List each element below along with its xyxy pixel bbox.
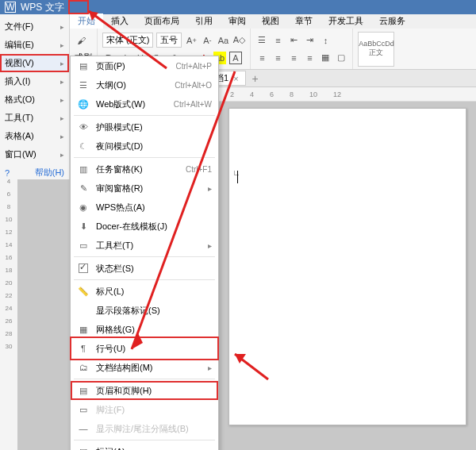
align-left-icon[interactable]: ≡ xyxy=(255,52,268,64)
menu-item-shortcut: Ctrl+Alt+O xyxy=(175,81,212,90)
view-menu-item[interactable]: ▤页眉和页脚(H) xyxy=(71,381,218,400)
file-menu-window[interactable]: 窗口(W)▸ xyxy=(0,145,69,163)
view-menu-item[interactable]: 显示段落标记(S) xyxy=(71,301,218,320)
font-name-select[interactable]: 宋体 (正文) xyxy=(102,33,153,48)
vruler-8: 8 xyxy=(7,203,10,210)
align-center-icon[interactable]: ≡ xyxy=(271,52,284,64)
file-menu-insert[interactable]: 插入(I)▸ xyxy=(0,72,69,90)
vruler-26: 26 xyxy=(6,317,13,325)
vruler-6: 6 xyxy=(7,190,10,198)
chevron-right-icon: ▸ xyxy=(60,96,64,104)
tab-review[interactable]: 审阅 xyxy=(221,13,254,29)
page-margin-mark xyxy=(234,171,239,175)
tab-references[interactable]: 引用 xyxy=(187,13,221,29)
font-size-select[interactable]: 五号 xyxy=(156,33,182,48)
ruler-mark-12: 12 xyxy=(333,90,341,98)
menu-item-label: 夜间模式(D) xyxy=(96,140,212,152)
view-menu-item[interactable]: 🗂文档结构图(M)▸ xyxy=(71,358,218,377)
decrease-indent-icon[interactable]: ⇤ xyxy=(287,34,300,47)
view-menu-item[interactable]: 📏标尺(L) xyxy=(71,282,218,301)
page-icon: ▤ xyxy=(77,60,90,72)
align-right-icon[interactable]: ≡ xyxy=(287,52,300,64)
help-icon: ? xyxy=(5,168,10,178)
tab-home[interactable]: 开始 xyxy=(70,13,103,29)
grow-font-icon[interactable]: A+ xyxy=(185,34,198,47)
tab-chapter[interactable]: 章节 xyxy=(287,13,321,29)
chevron-right-icon: ▸ xyxy=(60,41,64,49)
view-menu-item[interactable]: 🌐Web版式(W)Ctrl+Alt+W xyxy=(71,94,218,113)
line-spacing-icon[interactable]: ↕ xyxy=(319,34,332,47)
file-menu-label: 视图(V) xyxy=(5,57,34,69)
numbering-icon[interactable]: ≡ xyxy=(271,34,284,47)
menu-separator xyxy=(74,256,215,257)
clear-format-icon[interactable]: A◇ xyxy=(232,34,245,47)
markup-icon: ◪ xyxy=(77,445,90,450)
ruler-mark-6: 6 xyxy=(270,90,274,98)
app-title: WPS 文字 xyxy=(21,1,64,14)
increase-indent-icon[interactable]: ⇥ xyxy=(303,34,316,47)
tab-developer[interactable]: 开发工具 xyxy=(321,13,371,29)
vruler-20: 20 xyxy=(6,279,13,287)
menu-separator xyxy=(74,440,215,440)
view-menu-item[interactable]: ⬇Docer-在线模板(J) xyxy=(71,217,218,236)
file-menu-tools[interactable]: 工具(T)▸ xyxy=(0,109,69,127)
menu-item-shortcut: Ctrl+Alt+P xyxy=(175,62,212,71)
view-menu-item[interactable]: 👁护眼模式(E) xyxy=(71,117,218,137)
view-menu-item[interactable]: ▥任务窗格(K)Ctrl+F1 xyxy=(71,160,218,179)
view-menu-item[interactable]: 状态栏(S) xyxy=(71,259,218,278)
task-icon: ▥ xyxy=(77,163,90,175)
close-tab-icon[interactable]: × xyxy=(233,74,238,83)
view-menu-item[interactable]: ◪标记(A) xyxy=(71,442,218,450)
file-menu-format[interactable]: 格式(O)▸ xyxy=(0,90,69,109)
file-menu-edit[interactable]: 编辑(E)▸ xyxy=(0,36,69,54)
menu-item-label: 任务窗格(K) xyxy=(96,163,179,175)
tab-cloud[interactable]: 云服务 xyxy=(371,13,413,29)
file-menu-view[interactable]: 视图(V)▸ xyxy=(0,54,69,72)
file-menu-file[interactable]: 文件(F)▸ xyxy=(0,17,69,36)
vruler-30: 30 xyxy=(6,343,13,350)
format-painter-icon[interactable]: 🖌 xyxy=(75,34,87,47)
view-menu-item[interactable]: ▦网格线(G) xyxy=(71,320,218,339)
justify-icon[interactable]: ≡ xyxy=(303,52,316,64)
file-menu-table[interactable]: 表格(A)▸ xyxy=(0,127,69,145)
view-menu-item: —显示脚注/尾注分隔线(B) xyxy=(71,419,218,438)
borders-icon[interactable]: ▢ xyxy=(335,52,347,64)
vruler-24: 24 xyxy=(6,305,13,312)
character-border-icon[interactable]: A xyxy=(229,52,242,64)
style-normal[interactable]: AaBbCcDd 正文 xyxy=(358,32,394,67)
shrink-font-icon[interactable]: A- xyxy=(201,34,213,47)
file-menu-help[interactable]: ?帮助(H) xyxy=(0,163,69,182)
view-menu-item[interactable]: ▤页面(P)Ctrl+Alt+P xyxy=(71,56,218,75)
tab-view[interactable]: 视图 xyxy=(254,13,287,29)
change-case-icon[interactable]: Aa xyxy=(217,34,229,47)
menu-item-label: 工具栏(T) xyxy=(96,240,202,252)
menu-item-label: WPS热点(A) xyxy=(96,202,212,213)
bullets-icon[interactable]: ☰ xyxy=(255,34,268,47)
view-menu-item[interactable]: ▭工具栏(T)▸ xyxy=(71,236,218,255)
document-page[interactable] xyxy=(228,108,466,425)
view-menu-item[interactable]: ◉WPS热点(A) xyxy=(71,198,218,217)
outline-icon: ☰ xyxy=(77,79,90,91)
view-menu-item[interactable]: ✎审阅窗格(R)▸ xyxy=(71,179,218,198)
new-tab-icon[interactable]: + xyxy=(252,72,259,85)
view-menu-item[interactable]: ¶行号(U) xyxy=(71,339,218,358)
view-menu-item[interactable]: ☾夜间模式(D) xyxy=(71,137,218,156)
menu-separator xyxy=(74,379,215,379)
ribbon-tabs: 开始 插入 页面布局 引用 审阅 视图 章节 开发工具 云服务 xyxy=(0,14,476,29)
fnsep-icon: — xyxy=(77,422,90,435)
shading-icon[interactable]: ▦ xyxy=(319,52,332,64)
vruler-28: 28 xyxy=(6,330,13,337)
tab-page-layout[interactable]: 页面布局 xyxy=(136,13,187,29)
menu-item-label: Web版式(W) xyxy=(96,98,167,110)
ruler-mark-8: 8 xyxy=(290,90,294,98)
hf-icon: ▤ xyxy=(77,384,90,397)
tab-insert[interactable]: 插入 xyxy=(103,13,136,29)
style-preview-text: AaBbCcDd xyxy=(359,40,394,48)
chevron-right-icon: ▸ xyxy=(60,78,64,86)
menu-item-label: 显示段落标记(S) xyxy=(96,305,212,317)
menu-item-label: 审阅窗格(R) xyxy=(96,183,202,194)
moon-icon: ☾ xyxy=(77,140,90,152)
view-menu-item[interactable]: ☰大纲(O)Ctrl+Alt+O xyxy=(71,75,218,94)
app-logo-icon: W xyxy=(5,2,16,13)
footnote-icon: ▭ xyxy=(77,403,90,416)
